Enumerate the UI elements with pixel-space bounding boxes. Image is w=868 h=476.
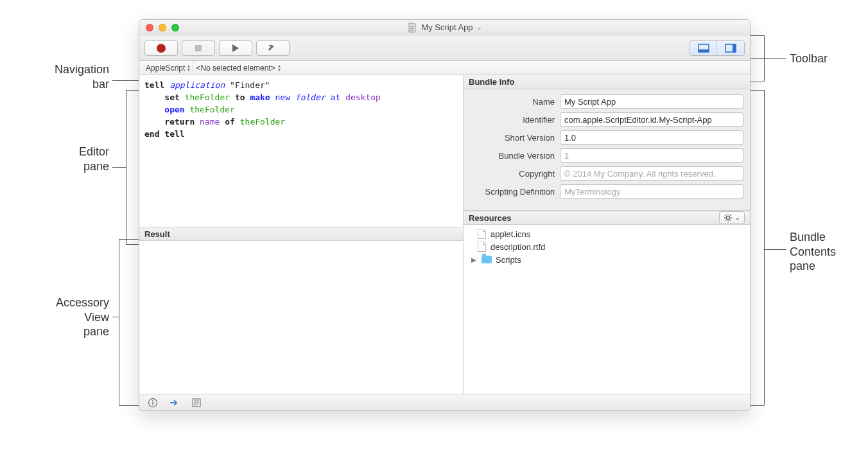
document-proxy-icon	[407, 22, 417, 33]
code-token: of	[225, 117, 235, 127]
resource-item[interactable]: applet.icns	[467, 227, 746, 240]
description-tab-button[interactable]	[147, 397, 159, 409]
short-version-field[interactable]	[560, 130, 743, 145]
disclosure-triangle-icon[interactable]: ▶	[471, 256, 478, 263]
svg-marker-1	[232, 44, 239, 52]
callout-line	[112, 317, 119, 317]
svg-rect-17	[152, 402, 153, 405]
result-body[interactable]	[139, 241, 463, 394]
svg-rect-3	[699, 49, 709, 52]
svg-line-13	[725, 220, 726, 220]
result-tab-button[interactable]	[169, 397, 180, 409]
svg-rect-0	[195, 45, 202, 51]
copyright-field[interactable]	[560, 166, 743, 181]
log-tab-button[interactable]	[191, 397, 202, 409]
svg-point-16	[152, 400, 153, 401]
svg-line-14	[730, 215, 731, 216]
popup-chevrons-icon: ▴▾	[278, 64, 281, 72]
left-column: tell application "Finder" set theFolder …	[139, 75, 464, 394]
resources-header: Resources ⌄	[464, 211, 750, 225]
log-icon	[191, 398, 202, 408]
bundle-contents-pane: Bundle Info Name Identifier Short Versio…	[464, 75, 750, 394]
title-dropdown-icon[interactable]: ⌄	[477, 24, 482, 31]
code-token: theFolder	[240, 117, 285, 127]
svg-rect-5	[733, 44, 736, 52]
callout-line	[119, 239, 139, 240]
toggle-right-pane-button[interactable]	[717, 41, 744, 55]
identifier-label: Identifier	[470, 115, 560, 125]
resource-name: Scripts	[496, 255, 521, 265]
pane-toggle-segmented	[690, 40, 745, 56]
callout-line	[751, 405, 764, 406]
toggle-bottom-pane-button[interactable]	[690, 41, 717, 55]
callout-bracket	[764, 35, 765, 82]
record-button[interactable]	[144, 40, 178, 56]
code-token: application	[169, 80, 225, 90]
run-button[interactable]	[219, 40, 252, 56]
resource-item[interactable]: description.rtfd	[467, 240, 746, 253]
folder-icon	[482, 254, 492, 265]
stop-button[interactable]	[182, 40, 215, 56]
compile-button[interactable]	[256, 40, 290, 56]
language-label: AppleScript	[146, 64, 185, 73]
identifier-field[interactable]	[560, 112, 743, 127]
code-token: at	[331, 93, 341, 102]
language-popup[interactable]: AppleScript ▴▾	[143, 61, 193, 75]
code-token: folder	[295, 93, 326, 102]
code-token: desktop	[345, 93, 381, 102]
name-field[interactable]	[560, 94, 743, 109]
element-popup[interactable]: <No selected element> ▴▾	[193, 61, 282, 75]
zoom-window-button[interactable]	[171, 24, 179, 31]
svg-point-6	[726, 216, 729, 219]
scripting-definition-field[interactable]	[560, 184, 743, 198]
resource-name: description.rtfd	[490, 242, 545, 252]
navigation-bar: AppleScript ▴▾ <No selected element> ▴▾	[139, 61, 750, 75]
callout-line	[119, 405, 139, 406]
bundle-version-field[interactable]	[560, 148, 743, 163]
name-label: Name	[470, 97, 560, 107]
scripting-definition-label: Scripting Definition	[470, 187, 560, 197]
minimize-window-button[interactable]	[159, 24, 166, 31]
resources-label: Resources	[469, 213, 511, 223]
callout-accessory-view-pane: Accessory View pane	[6, 295, 109, 339]
result-icon	[169, 398, 180, 408]
resources-list[interactable]: applet.icns description.rtfd ▶ Scripts	[464, 225, 750, 394]
hammer-icon	[268, 43, 278, 53]
code-token: to	[235, 93, 245, 102]
rtfd-file-icon	[476, 242, 487, 252]
record-icon	[157, 44, 166, 53]
code-token: theFolder	[185, 93, 230, 102]
svg-line-12	[730, 220, 731, 220]
callout-bundle-contents-pane: Bundle Contents pane	[790, 230, 836, 274]
bundle-info-header: Bundle Info	[464, 75, 750, 89]
code-token: "Finder"	[230, 80, 270, 90]
callout-line	[751, 35, 764, 36]
code-token: tell	[144, 80, 164, 90]
code-token: open	[164, 105, 184, 114]
callout-editor-pane: Editor pane	[6, 145, 109, 173]
resource-name: applet.icns	[490, 229, 530, 239]
callout-toolbar: Toolbar	[790, 51, 828, 66]
callout-navigation-bar: Navigation bar	[6, 62, 109, 91]
bottom-pane-icon	[698, 44, 709, 53]
callout-line	[764, 249, 786, 250]
titlebar[interactable]: My Script App ⌄	[139, 20, 750, 35]
close-window-button[interactable]	[146, 24, 153, 31]
window-title-text: My Script App	[421, 22, 473, 32]
resource-item[interactable]: ▶ Scripts	[467, 253, 746, 266]
right-pane-icon	[725, 44, 736, 53]
gear-icon	[724, 213, 733, 222]
bundle-version-label: Bundle Version	[470, 151, 560, 161]
copyright-label: Copyright	[470, 169, 560, 179]
play-icon	[231, 44, 240, 53]
toolbar	[139, 35, 750, 61]
result-label: Result	[144, 229, 170, 239]
callout-bracket	[119, 239, 119, 406]
info-icon	[148, 398, 158, 408]
script-editor-window: My Script App ⌄ A	[139, 19, 751, 411]
resources-action-menu[interactable]: ⌄	[719, 211, 745, 224]
editor-pane[interactable]: tell application "Finder" set theFolder …	[139, 75, 463, 227]
status-bar	[139, 394, 750, 410]
window-title[interactable]: My Script App ⌄	[139, 22, 750, 33]
stop-icon	[195, 44, 202, 52]
